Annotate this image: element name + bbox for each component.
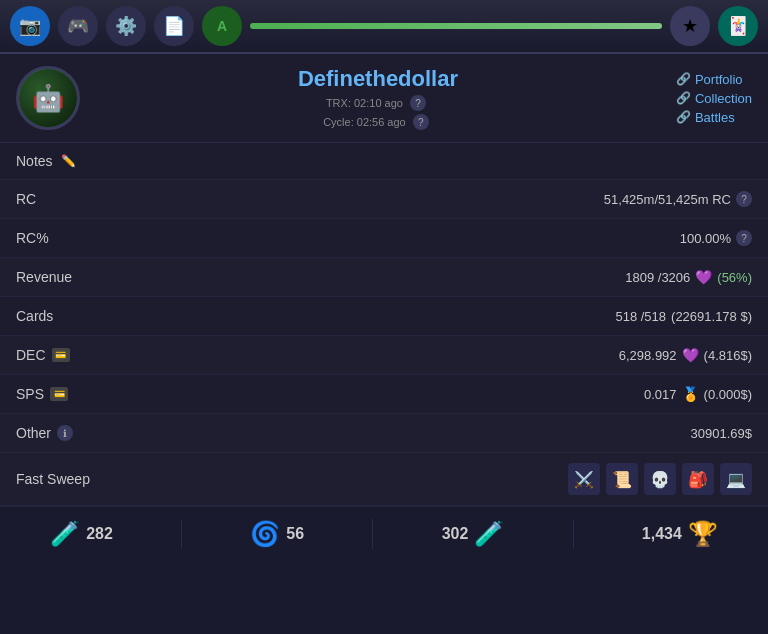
fast-sweep-row: Fast Sweep ⚔️ 📜 💀 🎒 💻 (0, 453, 768, 506)
link-icon-portfolio: 🔗 (676, 72, 691, 86)
rc-pct-value: 100.00% ? (680, 230, 752, 246)
revenue-value: 1809 /3206 💜 (56%) (625, 269, 752, 285)
dec-wallet-icon[interactable]: 💳 (52, 348, 70, 362)
other-label: Other ℹ (16, 425, 73, 441)
trophy-count: 1,434 (642, 525, 682, 543)
other-value: 30901.69$ (691, 426, 752, 441)
revenue-gem-icon: 💜 (695, 269, 712, 285)
profile-info: Definethedollar TRX: 02:10 ago ? Cycle: … (96, 66, 660, 130)
trophy-icon: 🏆 (688, 520, 718, 548)
collection-link[interactable]: 🔗 Collection (676, 91, 752, 106)
stat-divider-2 (372, 519, 373, 549)
rc-label: RC (16, 191, 36, 207)
potion-icon: 🧪 (50, 520, 80, 548)
link-icon-collection: 🔗 (676, 91, 691, 105)
sps-label: SPS 💳 (16, 386, 68, 402)
rc-pct-help-icon[interactable]: ? (736, 230, 752, 246)
revenue-row: Revenue 1809 /3206 💜 (56%) (0, 258, 768, 297)
settings-nav-button[interactable]: ⚙️ (106, 6, 146, 46)
sweep-icon-scroll[interactable]: 📜 (606, 463, 638, 495)
swirl-count: 56 (286, 525, 304, 543)
rc-help-icon[interactable]: ? (736, 191, 752, 207)
fast-sweep-label: Fast Sweep (16, 471, 90, 487)
trx-help-icon[interactable]: ? (410, 95, 426, 111)
camera-nav-button[interactable]: 📷 (10, 6, 50, 46)
cycle-help-icon[interactable]: ? (413, 114, 429, 130)
stat-potion: 🧪 282 (50, 520, 113, 548)
revenue-label: Revenue (16, 269, 72, 285)
sweep-icons-container: ⚔️ 📜 💀 🎒 💻 (568, 463, 752, 495)
sps-value: 0.017 🏅 (0.000$) (644, 386, 752, 402)
username: Definethedollar (96, 66, 660, 92)
trx-time: TRX: 02:10 ago ? (96, 95, 660, 111)
document-nav-button[interactable]: 📄 (154, 6, 194, 46)
data-table: RC 51,425m/51,425m RC ? RC% 100.00% ? Re… (0, 180, 768, 453)
profile-links: 🔗 Portfolio 🔗 Collection 🔗 Battles (676, 72, 752, 125)
bottom-stats: 🧪 282 🌀 56 302 🧪 1,434 🏆 (0, 506, 768, 561)
rc-pct-row: RC% 100.00% ? (0, 219, 768, 258)
cards-row: Cards 518 /518 (22691.178 $) (0, 297, 768, 336)
other-info-icon[interactable]: ℹ (57, 425, 73, 441)
sweep-icon-computer[interactable]: 💻 (720, 463, 752, 495)
star-nav-button[interactable]: ★ (670, 6, 710, 46)
rc-pct-label: RC% (16, 230, 49, 246)
sps-wallet-icon[interactable]: 💳 (50, 387, 68, 401)
cards-label: Cards (16, 308, 53, 324)
sweep-icon-bag[interactable]: 🎒 (682, 463, 714, 495)
cards-value: 518 /518 (22691.178 $) (615, 309, 752, 324)
rc-row: RC 51,425m/51,425m RC ? (0, 180, 768, 219)
sweep-icon-sword[interactable]: ⚔️ (568, 463, 600, 495)
sps-gem-icon: 🏅 (682, 386, 699, 402)
bottle-count: 302 (442, 525, 469, 543)
sps-row: SPS 💳 0.017 🏅 (0.000$) (0, 375, 768, 414)
stat-divider-3 (573, 519, 574, 549)
top-navigation: 📷 🎮 ⚙️ 📄 A ★ 🃏 (0, 0, 768, 54)
logo-nav-button[interactable]: A (202, 6, 242, 46)
rc-value: 51,425m/51,425m RC ? (604, 191, 752, 207)
swirl-icon: 🌀 (250, 520, 280, 548)
notes-label: Notes (16, 153, 53, 169)
notes-row: Notes ✏️ (0, 143, 768, 180)
avatar: 🤖 (16, 66, 80, 130)
dec-value: 6,298.992 💜 (4.816$) (619, 347, 752, 363)
stat-divider-1 (181, 519, 182, 549)
potion-count: 282 (86, 525, 113, 543)
notes-edit-icon[interactable]: ✏️ (61, 154, 76, 168)
dec-row: DEC 💳 6,298.992 💜 (4.816$) (0, 336, 768, 375)
stat-bottle: 302 🧪 (442, 520, 505, 548)
stat-swirl: 🌀 56 (250, 520, 304, 548)
dec-gem-icon: 💜 (682, 347, 699, 363)
bottle-icon: 🧪 (474, 520, 504, 548)
gamepad-nav-button[interactable]: 🎮 (58, 6, 98, 46)
link-icon-battles: 🔗 (676, 110, 691, 124)
progress-bar (250, 23, 662, 29)
cycle-time: Cycle: 02:56 ago ? (96, 114, 660, 130)
profile-section: 🤖 Definethedollar TRX: 02:10 ago ? Cycle… (0, 54, 768, 143)
dec-label: DEC 💳 (16, 347, 70, 363)
battles-link[interactable]: 🔗 Battles (676, 110, 735, 125)
card-nav-button[interactable]: 🃏 (718, 6, 758, 46)
other-row: Other ℹ 30901.69$ (0, 414, 768, 453)
stat-trophy: 1,434 🏆 (642, 520, 718, 548)
sweep-icon-skull[interactable]: 💀 (644, 463, 676, 495)
portfolio-link[interactable]: 🔗 Portfolio (676, 72, 743, 87)
avatar-inner: 🤖 (19, 69, 77, 127)
